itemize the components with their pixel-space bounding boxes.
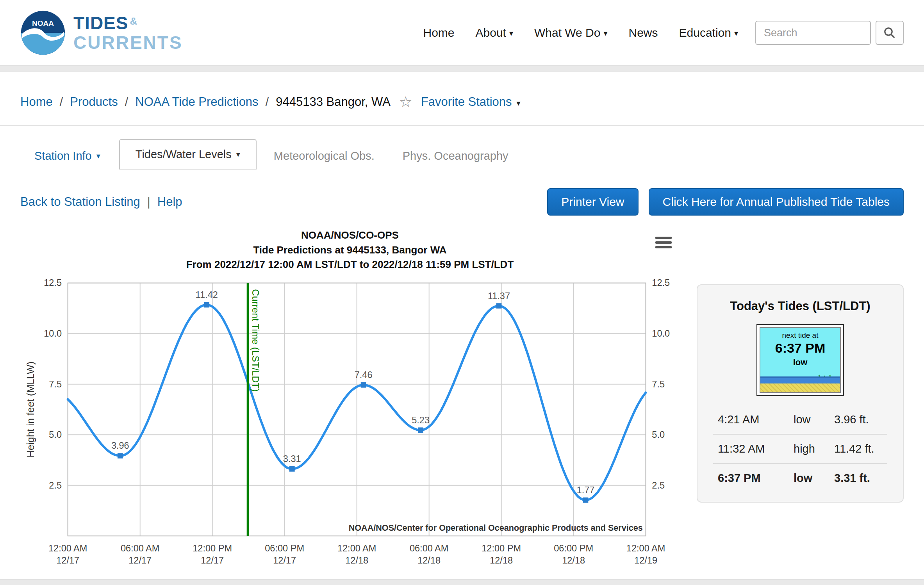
tide-row: 6:37 PMlow3.31 ft. — [713, 463, 887, 492]
printer-view-button[interactable]: Printer View — [547, 188, 638, 216]
tide-row-type: low — [794, 413, 834, 426]
next-tide-type: low — [760, 357, 840, 367]
tide-row-type: high — [794, 442, 834, 455]
tide-extreme-label: 11.42 — [196, 290, 218, 300]
x-tick-time-label: 12:00 AM — [626, 543, 665, 553]
tide-row-time: 6:37 PM — [718, 472, 794, 485]
tide-prediction-chart: NOAA/NOS/CO-OPSTide Predictions at 94451… — [20, 228, 680, 576]
chart-menu-button[interactable] — [652, 231, 675, 254]
breadcrumb-link-products[interactable]: Products — [70, 95, 118, 109]
chart-title-line: From 2022/12/17 12:00 AM LST/LDT to 2022… — [20, 257, 680, 272]
chart-source-text: NOAA/NOS/Center for Operational Oceanogr… — [349, 523, 643, 533]
favorite-stations-label: Favorite Stations — [421, 95, 512, 109]
tide-row-type: low — [794, 472, 834, 485]
search-input[interactable] — [755, 21, 871, 45]
x-tick-date-label: 12/17 — [273, 555, 296, 565]
tide-row-time: 11:32 AM — [718, 442, 794, 455]
footer-strip — [0, 579, 924, 585]
x-tick-time-label: 06:00 AM — [410, 543, 449, 553]
tide-row: 4:21 AMlow3.96 ft. — [713, 405, 887, 434]
main-content: Home/Products/NOAA Tide Predictions/ 944… — [0, 72, 924, 576]
help-link[interactable]: Help — [157, 195, 182, 209]
brand: NOAA TIDES& CURRENTS — [20, 10, 183, 55]
y-tick-label-left: 2.5 — [49, 480, 62, 490]
nav-news[interactable]: News — [629, 26, 658, 39]
tide-extreme-marker[interactable] — [496, 303, 502, 309]
breadcrumb-current-station: 9445133 Bangor, WA — [276, 95, 391, 109]
x-tick-time-label: 12:00 AM — [48, 543, 87, 553]
breadcrumb-divider — [0, 125, 924, 126]
tide-extreme-marker[interactable] — [361, 382, 366, 388]
x-tick-time-label: 06:00 AM — [121, 543, 160, 553]
x-tick-date-label: 12/18 — [490, 555, 513, 565]
svg-text:NOAA: NOAA — [32, 19, 54, 27]
tide-extreme-marker[interactable] — [204, 302, 209, 308]
tide-extreme-label: 5.23 — [412, 415, 430, 425]
x-tick-date-label: 12/17 — [201, 555, 224, 565]
header-divider-strip — [0, 65, 924, 72]
tide-extreme-marker[interactable] — [118, 453, 123, 458]
tide-row: 11:32 AMhigh11.42 ft. — [713, 434, 887, 463]
y-tick-label-left: 7.5 — [49, 379, 62, 389]
favorite-star-icon[interactable]: ☆ — [399, 95, 412, 109]
x-tick-time-label: 12:00 PM — [482, 543, 521, 553]
y-tick-label-right: 7.5 — [652, 379, 665, 389]
toolbar: Back to Station Listing | Help Printer V… — [20, 188, 904, 216]
nav-what-we-do[interactable]: What We Do▾ — [534, 26, 608, 39]
noaa-logo[interactable]: NOAA — [20, 10, 66, 55]
tab-tides-water-levels[interactable]: Tides/Water Levels▾ — [119, 139, 257, 169]
main-nav: HomeAbout▾What We Do▾NewsEducation▾ — [423, 26, 738, 39]
tide-row-height: 3.31 ft. — [834, 472, 883, 485]
x-tick-date-label: 12/18 — [417, 555, 441, 565]
next-tide-widget: next tide at 6:37 PM low — [756, 324, 844, 396]
tide-row-height: 11.42 ft. — [834, 442, 883, 455]
tide-extreme-label: 11.37 — [488, 291, 510, 301]
back-to-station-listing-link[interactable]: Back to Station Listing — [20, 195, 140, 209]
tide-extreme-label: 3.31 — [283, 454, 301, 464]
nav-home[interactable]: Home — [423, 26, 454, 39]
y-tick-label-right: 2.5 — [652, 480, 665, 490]
toolbar-buttons: Printer View Click Here for Annual Publi… — [547, 188, 904, 216]
search-button[interactable] — [876, 21, 904, 45]
brand-ampersand: & — [130, 15, 137, 27]
current-time-label: Current Time (LST/LDT) — [250, 289, 261, 392]
breadcrumb: Home/Products/NOAA Tide Predictions/ 944… — [20, 95, 904, 109]
sand-graphic — [760, 383, 840, 392]
toolbar-links: Back to Station Listing | Help — [20, 195, 182, 209]
chevron-down-icon: ▾ — [734, 29, 738, 37]
favorite-stations-link[interactable]: Favorite Stations▾ — [421, 95, 521, 109]
todays-tides-panel: Today's Tides (LST/LDT) next tide at 6:3… — [697, 284, 904, 503]
breadcrumb-separator: / — [60, 95, 63, 109]
search-box — [755, 21, 904, 45]
content-row: NOAA/NOS/CO-OPSTide Predictions at 94451… — [20, 228, 904, 576]
tide-extreme-marker[interactable] — [418, 428, 423, 433]
toolbar-divider: | — [147, 195, 150, 209]
tide-extreme-marker[interactable] — [583, 498, 589, 503]
breadcrumb-links: Home/Products/NOAA Tide Predictions/ — [20, 95, 269, 109]
todays-tides-title: Today's Tides (LST/LDT) — [713, 299, 887, 313]
annual-tide-tables-button[interactable]: Click Here for Annual Published Tide Tab… — [649, 188, 904, 216]
tide-extreme-label: 3.96 — [111, 441, 129, 451]
tab-meteorological-obs[interactable]: Meteorological Obs. — [260, 142, 389, 169]
nav-education[interactable]: Education▾ — [679, 26, 738, 39]
chevron-down-icon: ▾ — [96, 151, 100, 161]
tide-extreme-label: 1.77 — [577, 485, 595, 495]
chart-titles: NOAA/NOS/CO-OPSTide Predictions at 94451… — [20, 228, 680, 272]
chart-title-line: NOAA/NOS/CO-OPS — [20, 228, 680, 243]
y-axis-title: Height in feet (MLLW) — [25, 361, 36, 457]
tab-station-info[interactable]: Station Info▾ — [20, 142, 114, 169]
x-tick-date-label: 12/18 — [345, 555, 368, 565]
x-tick-time-label: 06:00 PM — [554, 543, 593, 553]
nav-about[interactable]: About▾ — [476, 26, 513, 39]
breadcrumb-link-home[interactable]: Home — [20, 95, 53, 109]
chevron-down-icon: ▾ — [517, 99, 521, 107]
next-tide-caption: next tide at — [760, 331, 840, 340]
tide-table: 4:21 AMlow3.96 ft.11:32 AMhigh11.42 ft.6… — [713, 405, 887, 492]
search-icon — [883, 27, 896, 39]
tide-extreme-marker[interactable] — [289, 466, 295, 472]
breadcrumb-link-noaa-tide-predictions[interactable]: NOAA Tide Predictions — [135, 95, 258, 109]
tab-phys-oceanography[interactable]: Phys. Oceanography — [389, 142, 523, 169]
x-tick-time-label: 06:00 PM — [265, 543, 304, 553]
site-header: NOAA TIDES& CURRENTS HomeAbout▾What We D… — [0, 0, 924, 65]
x-tick-date-label: 12/17 — [128, 555, 152, 565]
